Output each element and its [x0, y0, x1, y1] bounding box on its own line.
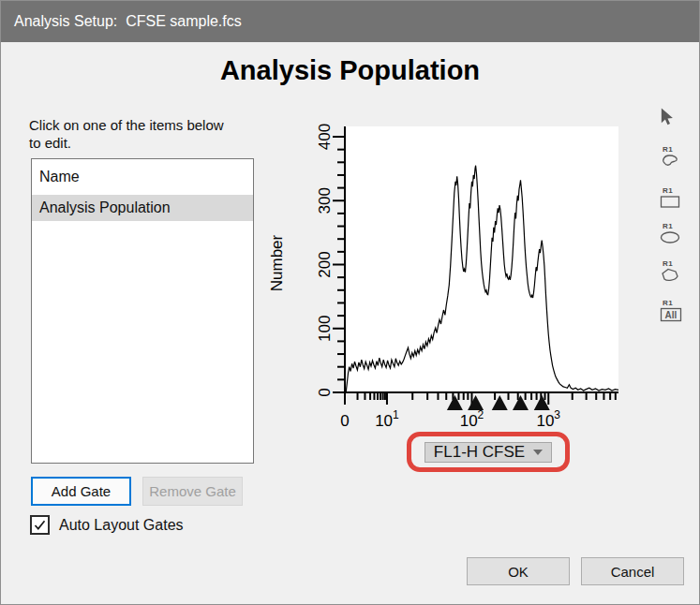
add-gate-button[interactable]: Add Gate	[31, 477, 131, 506]
instruction-text: Click on one of the items below to edit.	[29, 116, 224, 152]
all-gate-tool-button[interactable]: R1 All	[660, 300, 690, 326]
cancel-button[interactable]: Cancel	[581, 557, 684, 585]
gate-list-header: Name	[32, 159, 253, 195]
pointer-tool-button[interactable]	[660, 108, 690, 129]
instruction-line-1: Click on one of the items below	[29, 116, 224, 134]
x-tick-label: 0	[340, 412, 349, 430]
analysis-setup-dialog: Analysis Setup: CFSE sample.fcs Analysis…	[0, 0, 700, 605]
gate-list: Name Analysis Population	[31, 158, 254, 464]
y-tick-label: 100	[316, 316, 334, 342]
svg-text:All: All	[665, 310, 678, 320]
y-tick-label: 300	[316, 187, 334, 214]
remove-gate-button[interactable]: Remove Gate	[142, 477, 243, 506]
freehand-gate-tool-button[interactable]: R1	[660, 146, 690, 171]
auto-layout-gates-checkbox[interactable]	[30, 515, 50, 535]
y-tick-label: 0	[316, 388, 334, 396]
chevron-down-icon	[533, 450, 543, 455]
gate-marker[interactable]	[447, 395, 463, 410]
gate-badge: R1	[663, 300, 690, 307]
ellipse-gate-tool-button[interactable]: R1	[660, 223, 690, 248]
ok-button[interactable]: OK	[467, 557, 570, 585]
gate-badge: R1	[663, 260, 690, 268]
all-gate-icon: All	[660, 307, 682, 322]
y-axis-title: Number	[268, 234, 286, 291]
auto-layout-gates-label: Auto Layout Gates	[59, 517, 184, 534]
polygon-gate-icon	[660, 268, 680, 283]
rectangle-gate-tool-button[interactable]: R1	[660, 187, 690, 213]
instruction-line-2: to edit.	[29, 134, 224, 152]
titlebar: Analysis Setup: CFSE sample.fcs	[1, 1, 699, 42]
ellipse-gate-icon	[660, 230, 680, 244]
parameter-dropdown-value: FL1-H CFSE	[434, 443, 525, 462]
gate-badge: R1	[663, 223, 690, 230]
checkmark-icon	[34, 520, 46, 531]
list-item-analysis-population[interactable]: Analysis Population	[32, 195, 253, 221]
gate-badge: R1	[663, 187, 690, 195]
x-tick-label: 102	[460, 408, 484, 430]
window-title: Analysis Setup: CFSE sample.fcs	[1, 13, 242, 30]
x-tick-label: 101	[375, 408, 399, 430]
page-title: Analysis Population	[1, 55, 699, 86]
histogram-chart-area[interactable]: 01002003004000101102103Number	[263, 113, 638, 441]
y-tick-label: 200	[316, 251, 334, 277]
parameter-dropdown[interactable]: FL1-H CFSE	[424, 442, 552, 463]
auto-layout-gates-control: Auto Layout Gates	[30, 515, 184, 535]
gate-marker[interactable]	[468, 395, 484, 410]
y-tick-label: 400	[316, 124, 334, 150]
cursor-arrow-icon	[660, 108, 675, 125]
x-tick-label: 103	[536, 408, 560, 430]
polygon-gate-tool-button[interactable]: R1	[660, 260, 690, 287]
rectangle-gate-icon	[660, 195, 680, 209]
freehand-gate-icon	[660, 154, 680, 168]
gate-badge: R1	[663, 146, 690, 154]
